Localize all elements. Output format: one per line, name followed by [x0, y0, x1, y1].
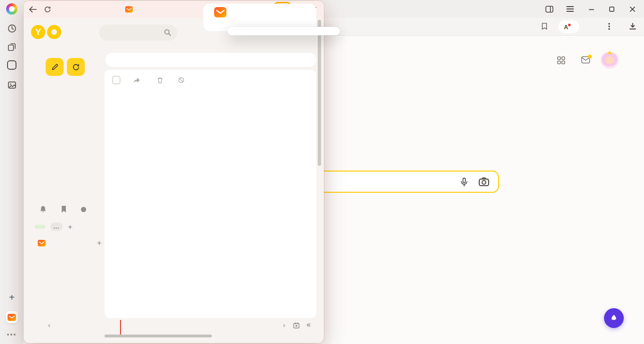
timeline-prev-icon[interactable]: ‹	[48, 321, 50, 329]
select-all-checkbox[interactable]	[112, 76, 121, 84]
history-icon[interactable]	[6, 23, 17, 34]
tabs-counter-icon[interactable]	[7, 60, 16, 70]
bell-icon[interactable]	[40, 205, 47, 213]
add-account-icon[interactable]: +	[97, 239, 102, 247]
labels-row: … +	[35, 222, 72, 231]
gallery-icon[interactable]	[6, 79, 17, 90]
spam-icon	[178, 77, 185, 83]
compose-button[interactable]	[46, 58, 64, 76]
labels-more-icon[interactable]: …	[50, 222, 63, 231]
forward-icon	[133, 77, 140, 83]
new-event-icon[interactable]	[293, 322, 300, 329]
add-panel-icon[interactable]: +	[7, 292, 17, 303]
crown-icon	[607, 51, 612, 54]
mail-search-box[interactable]	[99, 25, 177, 41]
y360-y-icon: Y	[31, 25, 45, 39]
window-minimize-button[interactable]	[584, 0, 598, 18]
services-grid-icon[interactable]	[557, 56, 565, 65]
screen: + A	[0, 0, 644, 344]
yandex-mail-logo-icon	[125, 6, 133, 13]
dot-filter-icon[interactable]	[81, 207, 86, 212]
image-search-icon[interactable]	[478, 177, 490, 187]
add-label-icon[interactable]: +	[68, 223, 72, 231]
delete-button[interactable]	[157, 77, 166, 83]
window-maximize-button[interactable]	[604, 0, 619, 18]
bookmark-flag-icon[interactable]	[61, 205, 67, 213]
account-mail-icon	[38, 240, 46, 246]
bookmark-icon[interactable]	[541, 23, 547, 30]
message-list	[105, 90, 316, 318]
voice-search-icon[interactable]	[459, 177, 469, 188]
svg-text:A: A	[564, 24, 568, 31]
translate-icon: A	[564, 23, 571, 31]
window-close-button[interactable]	[625, 0, 639, 18]
alice-assistant-button[interactable]	[604, 308, 624, 328]
collapse-timeline-icon[interactable]: «	[306, 320, 310, 329]
list-toolbar	[105, 70, 316, 90]
trash-icon	[157, 77, 163, 83]
yandex-browser-logo-icon[interactable]	[6, 3, 17, 15]
browser-sidebar: +	[0, 0, 24, 344]
mail-refresh-button[interactable]	[67, 58, 85, 76]
spam-button[interactable]	[178, 77, 187, 83]
downloads-icon[interactable]	[629, 23, 636, 30]
back-icon[interactable]	[28, 5, 37, 14]
mail-popup-window: Y	[24, 1, 324, 343]
account-row[interactable]: +	[38, 239, 102, 247]
refresh-icon[interactable]	[43, 5, 52, 14]
search-icon	[164, 29, 171, 36]
message-list-card	[105, 70, 316, 318]
yandex-mail-app-icon[interactable]	[6, 311, 18, 323]
timeline-next-icon[interactable]: ›	[283, 321, 285, 329]
label-work[interactable]	[35, 225, 45, 229]
popup-title	[125, 1, 136, 18]
current-time-indicator	[120, 320, 121, 335]
y360-o-icon	[47, 25, 61, 39]
list-filter-bar[interactable]	[105, 53, 316, 67]
y360-logo: Y	[31, 25, 64, 39]
translate-button[interactable]: A	[558, 20, 579, 33]
mail-service-icon	[214, 7, 226, 17]
forward-button[interactable]	[133, 77, 143, 83]
tab-mail[interactable]	[209, 7, 232, 19]
quick-filters	[40, 205, 86, 213]
side-panels-icon[interactable]	[542, 0, 556, 18]
vertical-scrollbar[interactable]	[318, 20, 321, 166]
notes-icon[interactable]	[6, 41, 17, 53]
browser-menu-icon[interactable]	[563, 0, 577, 18]
day-timeline: ‹ › «	[24, 319, 324, 336]
horizontal-scrollbar[interactable]	[105, 335, 212, 337]
mail-search-input[interactable]	[105, 25, 162, 41]
page-mail-icon[interactable]	[581, 56, 590, 64]
mail-badge	[588, 55, 592, 58]
sidebar-more-icon[interactable]	[7, 334, 16, 336]
address-bar-more-icon[interactable]	[608, 23, 610, 30]
window-mode-menu	[227, 27, 340, 35]
user-avatar[interactable]	[601, 51, 619, 69]
